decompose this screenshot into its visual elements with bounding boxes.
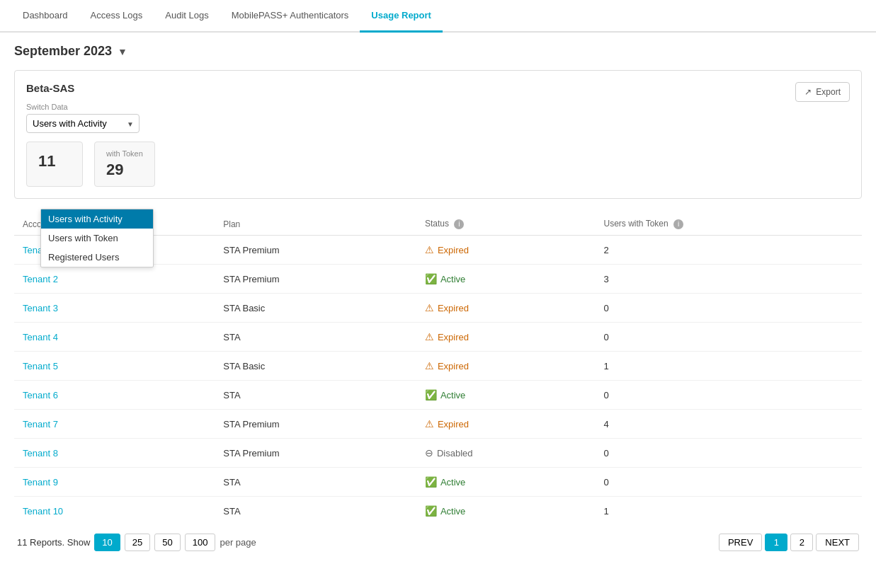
cell-status-8: ✅ Active: [416, 468, 596, 497]
cell-account-name-9: Tenant 10: [14, 497, 215, 526]
status-text-0: Expired: [438, 245, 469, 255]
table-row: Tenant 5STA Basic⚠ Expired1: [14, 352, 862, 381]
cell-plan-5: STA: [215, 381, 416, 410]
dropdown-item-users-with-token[interactable]: Users with Token: [41, 229, 153, 248]
col-plan: Plan: [215, 213, 416, 236]
tenant-link-4[interactable]: Tenant 5: [23, 361, 58, 371]
cell-account-name-5: Tenant 6: [14, 381, 215, 410]
cell-account-name-3: Tenant 4: [14, 323, 215, 352]
status-icon-8: ✅: [425, 476, 437, 488]
table-row: Tenant 6STA✅ Active0: [14, 381, 862, 410]
tenant-link-1[interactable]: Tenant 2: [23, 274, 58, 284]
cell-plan-2: STA Basic: [215, 294, 416, 323]
users-token-info-icon[interactable]: i: [673, 219, 683, 229]
cell-status-0: ⚠ Expired: [416, 236, 596, 265]
page-nav-group: PREV 1 2 NEXT: [719, 534, 859, 551]
table-row: Tenant 8STA Premium⊖ Disabled0: [14, 439, 862, 468]
cell-users-2: 0: [596, 294, 862, 323]
cell-status-2: ⚠ Expired: [416, 294, 596, 323]
status-info-icon[interactable]: i: [454, 219, 464, 229]
table-row: Tenant 9STA✅ Active0: [14, 468, 862, 497]
status-text-3: Expired: [438, 332, 469, 342]
export-icon: ↗: [804, 87, 812, 97]
cell-status-6: ⚠ Expired: [416, 410, 596, 439]
stat-box-0: 11: [26, 142, 83, 187]
prev-button[interactable]: PREV: [719, 534, 762, 551]
cell-users-9: 1: [596, 497, 862, 526]
table-row: Tenant 4STA⚠ Expired0: [14, 323, 862, 352]
cell-users-7: 0: [596, 439, 862, 468]
status-text-7: Disabled: [437, 448, 473, 459]
status-icon-2: ⚠: [425, 302, 434, 313]
cell-users-4: 1: [596, 352, 862, 381]
tenant-link-3[interactable]: Tenant 4: [23, 332, 58, 342]
table-row: Tenant 3STA Basic⚠ Expired0: [14, 294, 862, 323]
reports-count-label: 11 Reports. Show: [17, 537, 90, 548]
tenant-link-8[interactable]: Tenant 9: [23, 477, 58, 488]
tenant-link-9[interactable]: Tenant 10: [23, 506, 63, 517]
chevron-down-icon: ▼: [118, 46, 127, 57]
tenant-link-6[interactable]: Tenant 7: [23, 419, 58, 430]
table-row: Tenant 2STA Premium✅ Active3: [14, 265, 862, 294]
table-body: Tenant 1STA Premium⚠ Expired2Tenant 2STA…: [14, 236, 862, 526]
page-size-group: 11 Reports. Show 10 25 50 100 per page: [17, 534, 256, 551]
cell-plan-6: STA Premium: [215, 410, 416, 439]
cell-status-5: ✅ Active: [416, 381, 596, 410]
cell-plan-1: STA Premium: [215, 265, 416, 294]
tenant-link-5[interactable]: Tenant 6: [23, 390, 58, 400]
status-text-1: Active: [440, 274, 465, 284]
cell-plan-3: STA: [215, 323, 416, 352]
status-icon-9: ✅: [425, 505, 437, 517]
dropdown-menu: Users with Activity Users with Token Reg…: [40, 209, 154, 267]
nav-usage-report[interactable]: Usage Report: [360, 0, 443, 33]
status-text-9: Active: [440, 506, 465, 517]
cell-users-1: 3: [596, 265, 862, 294]
status-icon-1: ✅: [425, 273, 437, 284]
col-users-with-token: Users with Token i: [596, 213, 862, 236]
cell-account-name-7: Tenant 8: [14, 439, 215, 468]
pagination-row: 11 Reports. Show 10 25 50 100 per page P…: [14, 525, 862, 560]
col-status: Status i: [416, 213, 596, 236]
cell-users-0: 2: [596, 236, 862, 265]
dropdown-item-users-with-activity[interactable]: Users with Activity: [41, 209, 153, 229]
top-navigation: Dashboard Access Logs Audit Logs MobileP…: [0, 0, 876, 33]
cell-users-6: 4: [596, 410, 862, 439]
status-icon-4: ⚠: [425, 360, 434, 371]
status-text-6: Expired: [438, 419, 469, 430]
page-size-10[interactable]: 10: [94, 534, 120, 551]
dropdown-item-registered-users[interactable]: Registered Users: [41, 248, 153, 267]
cell-account-name-6: Tenant 7: [14, 410, 215, 439]
cell-status-9: ✅ Active: [416, 497, 596, 526]
stat-value-0: 11: [38, 152, 71, 171]
cell-account-name-4: Tenant 5: [14, 352, 215, 381]
export-button[interactable]: ↗ Export: [795, 82, 850, 102]
export-label: Export: [816, 87, 841, 97]
nav-audit-logs[interactable]: Audit Logs: [154, 0, 220, 33]
cell-users-5: 0: [596, 381, 862, 410]
tenant-link-7[interactable]: Tenant 8: [23, 448, 58, 459]
stat-value-1: 29: [106, 161, 143, 179]
nav-dashboard[interactable]: Dashboard: [11, 0, 79, 33]
cell-users-8: 0: [596, 468, 862, 497]
month-selector[interactable]: September 2023 ▼: [14, 44, 862, 59]
report-card: Beta-SAS ↗ Export Switch Data Users with…: [14, 70, 862, 199]
next-button[interactable]: NEXT: [816, 534, 859, 551]
status-icon-6: ⚠: [425, 418, 434, 430]
page-size-50[interactable]: 50: [154, 534, 180, 551]
page-size-25[interactable]: 25: [125, 534, 150, 551]
stats-row: 11 with Token 29: [26, 142, 850, 187]
nav-mobilepass[interactable]: MobilePASS+ Authenticators: [220, 0, 360, 33]
page-2-button[interactable]: 2: [790, 534, 813, 551]
cell-status-4: ⚠ Expired: [416, 352, 596, 381]
page-size-100[interactable]: 100: [185, 534, 216, 551]
status-icon-3: ⚠: [425, 331, 434, 342]
switch-data-select[interactable]: Users with Activity Users with Token Reg…: [26, 114, 140, 133]
main-content: September 2023 ▼ Beta-SAS ↗ Export Switc…: [0, 33, 876, 571]
nav-access-logs[interactable]: Access Logs: [79, 0, 154, 33]
status-text-8: Active: [440, 477, 465, 488]
status-text-4: Expired: [438, 361, 469, 371]
table-row: Tenant 10STA✅ Active1: [14, 497, 862, 526]
stat-label-1: with Token: [106, 149, 143, 158]
tenant-link-2[interactable]: Tenant 3: [23, 303, 58, 313]
page-1-button[interactable]: 1: [765, 534, 787, 551]
